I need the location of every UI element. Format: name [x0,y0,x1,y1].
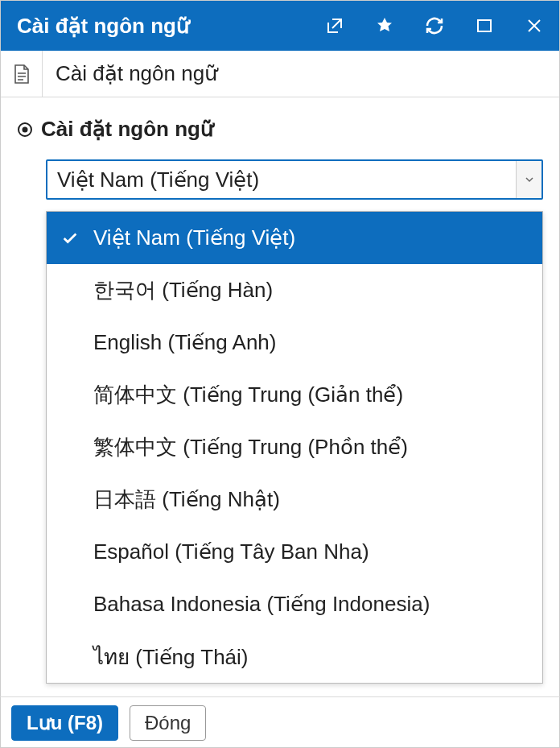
svg-point-2 [23,126,28,132]
titlebar-controls [310,1,559,51]
language-option[interactable]: 简体中文 (Tiếng Trung (Giản thể) [47,369,542,421]
chevron-down-icon [516,161,541,198]
close-window-button[interactable] [509,1,559,51]
footer: Lưu (F8) Đóng [0,696,560,748]
language-option[interactable]: Bahasa Indonesia (Tiếng Indonesia) [47,578,542,630]
page-title: Cài đặt ngôn ngữ [43,61,217,86]
radio-icon [17,122,33,138]
maximize-icon [475,16,494,35]
language-option[interactable]: ไทย (Tiếng Thái) [47,630,542,683]
language-option-label: Español (Tiếng Tây Ban Nha) [93,539,369,564]
language-option-label: Bahasa Indonesia (Tiếng Indonesia) [93,592,430,617]
language-option-label: 简体中文 (Tiếng Trung (Giản thể) [93,381,403,409]
language-option-label: English (Tiếng Anh) [93,330,276,355]
language-option-label: Việt Nam (Tiếng Việt) [93,225,295,250]
check-icon [61,229,93,247]
close-icon [525,16,544,35]
language-select-value: Việt Nam (Tiếng Việt) [57,167,259,192]
language-option[interactable]: Español (Tiếng Tây Ban Nha) [47,526,542,578]
pin-icon [375,16,394,35]
language-option-label: 繁体中文 (Tiếng Trung (Phồn thể) [93,433,408,461]
pin-button[interactable] [360,1,410,51]
section-label-text: Cài đặt ngôn ngữ [41,117,213,142]
refresh-button[interactable] [410,1,459,51]
language-option[interactable]: 日本語 (Tiếng Nhật) [47,473,542,526]
language-select[interactable]: Việt Nam (Tiếng Việt) [46,159,543,200]
titlebar: Cài đặt ngôn ngữ [1,1,559,51]
subheader: Cài đặt ngôn ngữ [1,51,559,97]
language-option[interactable]: Việt Nam (Tiếng Việt) [47,212,542,264]
external-link-button[interactable] [310,1,360,51]
document-icon [13,64,31,85]
external-link-icon [325,16,344,35]
language-option-label: 한국어 (Tiếng Hàn) [93,276,273,304]
window-title: Cài đặt ngôn ngữ [17,14,310,39]
language-option[interactable]: 한국어 (Tiếng Hàn) [47,264,542,316]
language-option[interactable]: English (Tiếng Anh) [47,316,542,369]
svg-rect-0 [478,20,491,31]
refresh-icon [425,16,444,35]
save-button[interactable]: Lưu (F8) [11,705,118,741]
language-option-label: 日本語 (Tiếng Nhật) [93,486,280,514]
document-icon-cell [1,51,43,97]
close-button[interactable]: Đóng [130,705,206,741]
language-select-wrapper: Việt Nam (Tiếng Việt) Việt Nam (Tiếng Vi… [46,159,543,684]
language-option[interactable]: 繁体中文 (Tiếng Trung (Phồn thể) [47,421,542,473]
language-option-label: ไทย (Tiếng Thái) [93,640,249,673]
maximize-button[interactable] [459,1,509,51]
language-dropdown: Việt Nam (Tiếng Việt)한국어 (Tiếng Hàn)Engl… [46,211,543,684]
section-label: Cài đặt ngôn ngữ [17,117,543,142]
content-area: Cài đặt ngôn ngữ Việt Nam (Tiếng Việt) V… [1,97,559,700]
